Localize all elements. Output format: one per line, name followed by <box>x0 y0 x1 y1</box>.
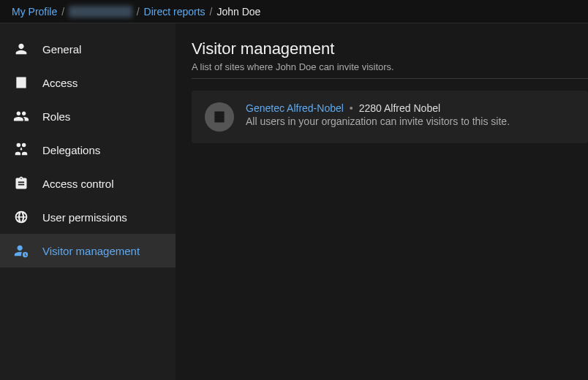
clipboard-icon <box>13 175 29 191</box>
person-icon <box>13 41 29 57</box>
site-card: Genetec Alfred-Nobel • 2280 Alfred Nobel… <box>192 91 588 143</box>
sidebar-item-label: General <box>42 43 81 56</box>
breadcrumb-sep: / <box>61 6 64 18</box>
breadcrumb-link-redacted[interactable]: blurred name <box>69 6 132 18</box>
site-name-link[interactable]: Genetec Alfred-Nobel <box>246 102 344 114</box>
sidebar-item-label: Visitor management <box>42 245 140 257</box>
site-info: Genetec Alfred-Nobel • 2280 Alfred Nobel… <box>246 102 575 127</box>
globe-icon <box>13 209 29 225</box>
sidebar-item-delegations[interactable]: Delegations <box>0 133 176 167</box>
page-subtitle: A list of sites where John Doe can invit… <box>192 61 588 79</box>
handoff-icon <box>13 142 29 158</box>
sidebar-item-label: Delegations <box>42 144 100 156</box>
person-clock-icon <box>13 243 29 259</box>
breadcrumb-link-directreports[interactable]: Direct reports <box>144 6 206 18</box>
sidebar-item-label: Access <box>42 77 78 89</box>
sidebar-item-label: User permissions <box>42 211 127 224</box>
sidebar-item-user-permissions[interactable]: User permissions <box>0 200 176 234</box>
site-separator: • <box>350 102 353 114</box>
breadcrumb-link-myprofile[interactable]: My Profile <box>12 6 57 18</box>
sidebar-item-visitor-management[interactable]: Visitor management <box>0 234 176 267</box>
sidebar: General Access Roles Delegations Access <box>0 23 176 380</box>
breadcrumb-sep: / <box>210 6 213 18</box>
site-building-icon <box>205 102 234 132</box>
people-icon <box>13 108 29 124</box>
site-address: 2280 Alfred Nobel <box>359 102 440 114</box>
site-description: All users in your organization can invit… <box>246 115 575 127</box>
page-title: Visitor management <box>192 39 588 58</box>
sidebar-item-label: Roles <box>42 110 70 123</box>
breadcrumb-current: John Doe <box>216 6 260 18</box>
sidebar-item-access-control[interactable]: Access control <box>0 167 176 200</box>
main-content: Visitor management A list of sites where… <box>176 23 588 380</box>
sidebar-item-access[interactable]: Access <box>0 66 176 99</box>
sidebar-item-general[interactable]: General <box>0 32 176 66</box>
building-icon <box>13 75 29 91</box>
sidebar-item-roles[interactable]: Roles <box>0 99 176 133</box>
breadcrumb: My Profile / blurred name / Direct repor… <box>0 0 588 23</box>
breadcrumb-sep: / <box>137 6 140 18</box>
sidebar-item-label: Access control <box>42 178 114 190</box>
